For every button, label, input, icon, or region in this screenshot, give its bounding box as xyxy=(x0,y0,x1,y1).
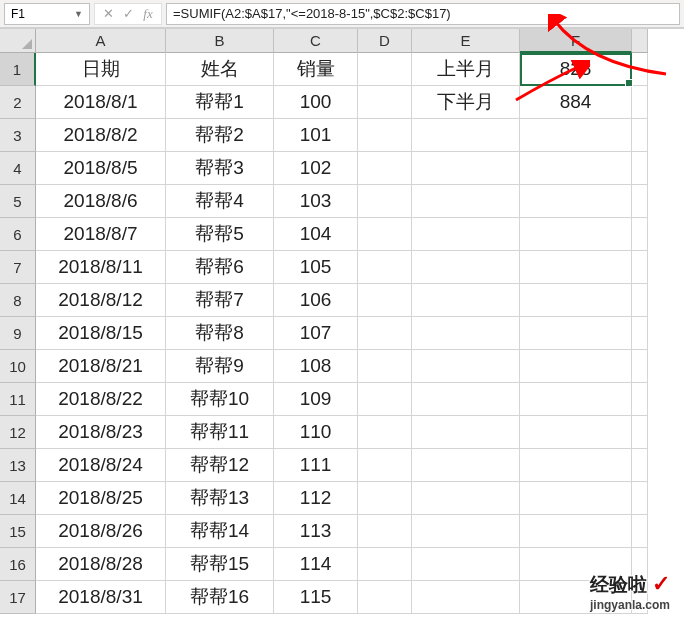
cell-F3[interactable] xyxy=(520,119,632,152)
cell-A14[interactable]: 2018/8/25 xyxy=(36,482,166,515)
cell-F15[interactable] xyxy=(520,515,632,548)
cell-B7[interactable]: 帮帮6 xyxy=(166,251,274,284)
row-header-7[interactable]: 7 xyxy=(0,251,36,284)
cell-C11[interactable]: 109 xyxy=(274,383,358,416)
cell-B3[interactable]: 帮帮2 xyxy=(166,119,274,152)
cell-B12[interactable]: 帮帮11 xyxy=(166,416,274,449)
cell-extra[interactable] xyxy=(632,449,648,482)
row-header-11[interactable]: 11 xyxy=(0,383,36,416)
cell-extra[interactable] xyxy=(632,515,648,548)
cell-E9[interactable] xyxy=(412,317,520,350)
cell-B2[interactable]: 帮帮1 xyxy=(166,86,274,119)
col-header-C[interactable]: C xyxy=(274,29,358,53)
col-header-B[interactable]: B xyxy=(166,29,274,53)
cell-A13[interactable]: 2018/8/24 xyxy=(36,449,166,482)
cell-C17[interactable]: 115 xyxy=(274,581,358,614)
cell-E5[interactable] xyxy=(412,185,520,218)
col-header-F[interactable]: F xyxy=(520,29,632,53)
cell-B15[interactable]: 帮帮14 xyxy=(166,515,274,548)
cell-E10[interactable] xyxy=(412,350,520,383)
cell-D5[interactable] xyxy=(358,185,412,218)
cell-E1[interactable]: 上半月 xyxy=(412,53,520,86)
cell-A2[interactable]: 2018/8/1 xyxy=(36,86,166,119)
cell-C7[interactable]: 105 xyxy=(274,251,358,284)
cell-B16[interactable]: 帮帮15 xyxy=(166,548,274,581)
cell-A7[interactable]: 2018/8/11 xyxy=(36,251,166,284)
row-header-5[interactable]: 5 xyxy=(0,185,36,218)
cell-B8[interactable]: 帮帮7 xyxy=(166,284,274,317)
cell-D14[interactable] xyxy=(358,482,412,515)
fx-icon[interactable]: fx xyxy=(139,6,157,22)
cell-B14[interactable]: 帮帮13 xyxy=(166,482,274,515)
cell-E11[interactable] xyxy=(412,383,520,416)
name-box[interactable]: F1 ▼ xyxy=(4,3,90,25)
cell-F4[interactable] xyxy=(520,152,632,185)
row-header-12[interactable]: 12 xyxy=(0,416,36,449)
cell-C13[interactable]: 111 xyxy=(274,449,358,482)
cell-F7[interactable] xyxy=(520,251,632,284)
row-header-17[interactable]: 17 xyxy=(0,581,36,614)
cell-A11[interactable]: 2018/8/22 xyxy=(36,383,166,416)
cell-A8[interactable]: 2018/8/12 xyxy=(36,284,166,317)
cell-C5[interactable]: 103 xyxy=(274,185,358,218)
cell-A15[interactable]: 2018/8/26 xyxy=(36,515,166,548)
cell-extra[interactable] xyxy=(632,482,648,515)
col-header-extra[interactable] xyxy=(632,29,648,53)
cell-F5[interactable] xyxy=(520,185,632,218)
cell-F2[interactable]: 884 xyxy=(520,86,632,119)
cell-A4[interactable]: 2018/8/5 xyxy=(36,152,166,185)
cell-C9[interactable]: 107 xyxy=(274,317,358,350)
cell-D15[interactable] xyxy=(358,515,412,548)
cell-extra[interactable] xyxy=(632,152,648,185)
cell-C14[interactable]: 112 xyxy=(274,482,358,515)
chevron-down-icon[interactable]: ▼ xyxy=(74,9,83,19)
cell-extra[interactable] xyxy=(632,119,648,152)
cell-A1[interactable]: 日期 xyxy=(36,53,166,86)
cell-D17[interactable] xyxy=(358,581,412,614)
cell-B10[interactable]: 帮帮9 xyxy=(166,350,274,383)
cell-C3[interactable]: 101 xyxy=(274,119,358,152)
cell-E8[interactable] xyxy=(412,284,520,317)
col-header-A[interactable]: A xyxy=(36,29,166,53)
cell-F12[interactable] xyxy=(520,416,632,449)
cell-A16[interactable]: 2018/8/28 xyxy=(36,548,166,581)
cell-D1[interactable] xyxy=(358,53,412,86)
cell-D8[interactable] xyxy=(358,284,412,317)
cell-A12[interactable]: 2018/8/23 xyxy=(36,416,166,449)
cell-B13[interactable]: 帮帮12 xyxy=(166,449,274,482)
confirm-icon[interactable]: ✓ xyxy=(119,6,137,21)
cell-B17[interactable]: 帮帮16 xyxy=(166,581,274,614)
cell-D10[interactable] xyxy=(358,350,412,383)
cell-E14[interactable] xyxy=(412,482,520,515)
select-all-corner[interactable] xyxy=(0,29,36,53)
cell-A9[interactable]: 2018/8/15 xyxy=(36,317,166,350)
cell-E16[interactable] xyxy=(412,548,520,581)
cell-F11[interactable] xyxy=(520,383,632,416)
cell-A6[interactable]: 2018/8/7 xyxy=(36,218,166,251)
row-header-2[interactable]: 2 xyxy=(0,86,36,119)
cell-D7[interactable] xyxy=(358,251,412,284)
row-header-13[interactable]: 13 xyxy=(0,449,36,482)
cell-F9[interactable] xyxy=(520,317,632,350)
cell-E2[interactable]: 下半月 xyxy=(412,86,520,119)
cell-extra[interactable] xyxy=(632,218,648,251)
cell-extra[interactable] xyxy=(632,53,648,86)
cell-extra[interactable] xyxy=(632,86,648,119)
cell-A17[interactable]: 2018/8/31 xyxy=(36,581,166,614)
cell-B9[interactable]: 帮帮8 xyxy=(166,317,274,350)
cell-D11[interactable] xyxy=(358,383,412,416)
cell-C15[interactable]: 113 xyxy=(274,515,358,548)
cell-D9[interactable] xyxy=(358,317,412,350)
cell-A3[interactable]: 2018/8/2 xyxy=(36,119,166,152)
cell-D13[interactable] xyxy=(358,449,412,482)
cell-E4[interactable] xyxy=(412,152,520,185)
row-header-16[interactable]: 16 xyxy=(0,548,36,581)
col-header-E[interactable]: E xyxy=(412,29,520,53)
cell-extra[interactable] xyxy=(632,251,648,284)
row-header-14[interactable]: 14 xyxy=(0,482,36,515)
row-header-8[interactable]: 8 xyxy=(0,284,36,317)
cell-A10[interactable]: 2018/8/21 xyxy=(36,350,166,383)
cell-D12[interactable] xyxy=(358,416,412,449)
cell-B5[interactable]: 帮帮4 xyxy=(166,185,274,218)
cell-extra[interactable] xyxy=(632,185,648,218)
